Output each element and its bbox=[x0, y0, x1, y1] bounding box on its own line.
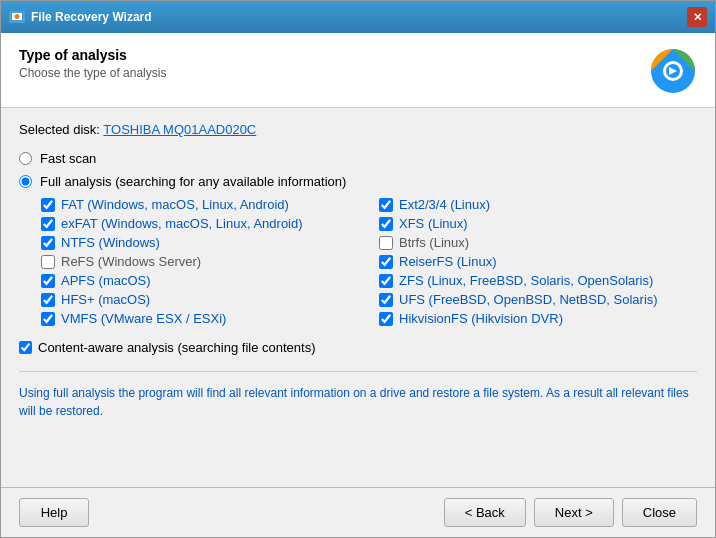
fs-ntfs-checkbox[interactable] bbox=[41, 236, 55, 250]
info-will-2: will bbox=[19, 404, 36, 418]
header-subtitle: Choose the type of analysis bbox=[19, 66, 166, 80]
close-button[interactable]: ✕ bbox=[687, 7, 707, 27]
fs-fat-checkbox[interactable] bbox=[41, 198, 55, 212]
footer-left: Help bbox=[19, 498, 89, 527]
fs-ufs-checkbox[interactable] bbox=[379, 293, 393, 307]
next-button[interactable]: Next > bbox=[534, 498, 614, 527]
fast-scan-label: Fast scan bbox=[40, 151, 96, 166]
fs-vmfs[interactable]: VMFS (VMware ESX / ESXi) bbox=[41, 311, 359, 326]
app-logo bbox=[649, 47, 697, 95]
fs-reiserfs-label: ReiserFS (Linux) bbox=[399, 254, 497, 269]
fs-right-col: Ext2/3/4 (Linux) XFS (Linux) Btrfs (Linu… bbox=[379, 197, 697, 326]
fs-reiserfs[interactable]: ReiserFS (Linux) bbox=[379, 254, 697, 269]
fs-xfs-checkbox[interactable] bbox=[379, 217, 393, 231]
fs-exfat-checkbox[interactable] bbox=[41, 217, 55, 231]
back-button[interactable]: < Back bbox=[444, 498, 526, 527]
window: File Recovery Wizard ✕ Type of analysis … bbox=[0, 0, 716, 538]
fs-apfs[interactable]: APFS (macOS) bbox=[41, 273, 359, 288]
fs-fat[interactable]: FAT (Windows, macOS, Linux, Android) bbox=[41, 197, 359, 212]
header-section: Type of analysis Choose the type of anal… bbox=[1, 33, 715, 108]
full-analysis-label: Full analysis (searching for any availab… bbox=[40, 174, 346, 189]
svg-point-2 bbox=[15, 14, 20, 19]
fs-hikvision-checkbox[interactable] bbox=[379, 312, 393, 326]
fast-scan-option[interactable]: Fast scan bbox=[19, 151, 697, 166]
fs-zfs-checkbox[interactable] bbox=[379, 274, 393, 288]
fs-ntfs-label: NTFS (Windows) bbox=[61, 235, 160, 250]
filesystem-section: FAT (Windows, macOS, Linux, Android) exF… bbox=[41, 197, 697, 326]
header-title: Type of analysis bbox=[19, 47, 166, 63]
content-aware-checkbox[interactable] bbox=[19, 341, 32, 354]
full-analysis-option[interactable]: Full analysis (searching for any availab… bbox=[19, 174, 697, 189]
full-analysis-radio[interactable] bbox=[19, 175, 32, 188]
disk-name[interactable]: TOSHIBA MQ01AAD020C bbox=[103, 122, 256, 137]
footer: Help < Back Next > Close bbox=[1, 487, 715, 537]
fs-hfsplus[interactable]: HFS+ (macOS) bbox=[41, 292, 359, 307]
fs-vmfs-checkbox[interactable] bbox=[41, 312, 55, 326]
title-bar-text: File Recovery Wizard bbox=[31, 10, 687, 24]
fs-ext234-checkbox[interactable] bbox=[379, 198, 393, 212]
close-dialog-button[interactable]: Close bbox=[622, 498, 697, 527]
fs-fat-label: FAT (Windows, macOS, Linux, Android) bbox=[61, 197, 289, 212]
fs-xfs-label: XFS (Linux) bbox=[399, 216, 468, 231]
fs-left-col: FAT (Windows, macOS, Linux, Android) exF… bbox=[41, 197, 359, 326]
fs-refs-label: ReFS (Windows Server) bbox=[61, 254, 201, 269]
fs-btrfs[interactable]: Btrfs (Linux) bbox=[379, 235, 697, 250]
fs-btrfs-label: Btrfs (Linux) bbox=[399, 235, 469, 250]
fs-exfat-label: exFAT (Windows, macOS, Linux, Android) bbox=[61, 216, 303, 231]
fs-refs[interactable]: ReFS (Windows Server) bbox=[41, 254, 359, 269]
content-aware-section[interactable]: Content-aware analysis (searching file c… bbox=[19, 340, 697, 355]
fs-ntfs[interactable]: NTFS (Windows) bbox=[41, 235, 359, 250]
fs-ufs[interactable]: UFS (FreeBSD, OpenBSD, NetBSD, Solaris) bbox=[379, 292, 697, 307]
fs-xfs[interactable]: XFS (Linux) bbox=[379, 216, 697, 231]
disk-selection: Selected disk: TOSHIBA MQ01AAD020C bbox=[19, 122, 697, 137]
fs-hfsplus-checkbox[interactable] bbox=[41, 293, 55, 307]
fs-zfs[interactable]: ZFS (Linux, FreeBSD, Solaris, OpenSolari… bbox=[379, 273, 697, 288]
fs-ext234-label: Ext2/3/4 (Linux) bbox=[399, 197, 490, 212]
fs-hikvision[interactable]: HikvisionFS (Hikvision DVR) bbox=[379, 311, 697, 326]
fs-btrfs-checkbox[interactable] bbox=[379, 236, 393, 250]
fast-scan-radio[interactable] bbox=[19, 152, 32, 165]
fs-ext234[interactable]: Ext2/3/4 (Linux) bbox=[379, 197, 697, 212]
info-will-1: will bbox=[186, 386, 203, 400]
content-aware-label: Content-aware analysis (searching file c… bbox=[38, 340, 315, 355]
info-text-content: Using full analysis the program will fin… bbox=[19, 386, 689, 418]
fs-apfs-label: APFS (macOS) bbox=[61, 273, 151, 288]
main-body: Selected disk: TOSHIBA MQ01AAD020C Fast … bbox=[1, 108, 715, 487]
app-icon bbox=[9, 9, 25, 25]
help-button[interactable]: Help bbox=[19, 498, 89, 527]
fs-vmfs-label: VMFS (VMware ESX / ESXi) bbox=[61, 311, 226, 326]
fs-apfs-checkbox[interactable] bbox=[41, 274, 55, 288]
title-bar: File Recovery Wizard ✕ bbox=[1, 1, 715, 33]
filesystem-grid: FAT (Windows, macOS, Linux, Android) exF… bbox=[41, 197, 697, 326]
footer-right: < Back Next > Close bbox=[444, 498, 697, 527]
disk-label: Selected disk: bbox=[19, 122, 100, 137]
content-area: Type of analysis Choose the type of anal… bbox=[1, 33, 715, 487]
fs-hfsplus-label: HFS+ (macOS) bbox=[61, 292, 150, 307]
info-text: Using full analysis the program will fin… bbox=[19, 371, 697, 420]
fs-zfs-label: ZFS (Linux, FreeBSD, Solaris, OpenSolari… bbox=[399, 273, 653, 288]
header-text: Type of analysis Choose the type of anal… bbox=[19, 47, 166, 80]
fs-reiserfs-checkbox[interactable] bbox=[379, 255, 393, 269]
fs-exfat[interactable]: exFAT (Windows, macOS, Linux, Android) bbox=[41, 216, 359, 231]
fs-hikvision-label: HikvisionFS (Hikvision DVR) bbox=[399, 311, 563, 326]
fs-refs-checkbox[interactable] bbox=[41, 255, 55, 269]
fs-ufs-label: UFS (FreeBSD, OpenBSD, NetBSD, Solaris) bbox=[399, 292, 658, 307]
